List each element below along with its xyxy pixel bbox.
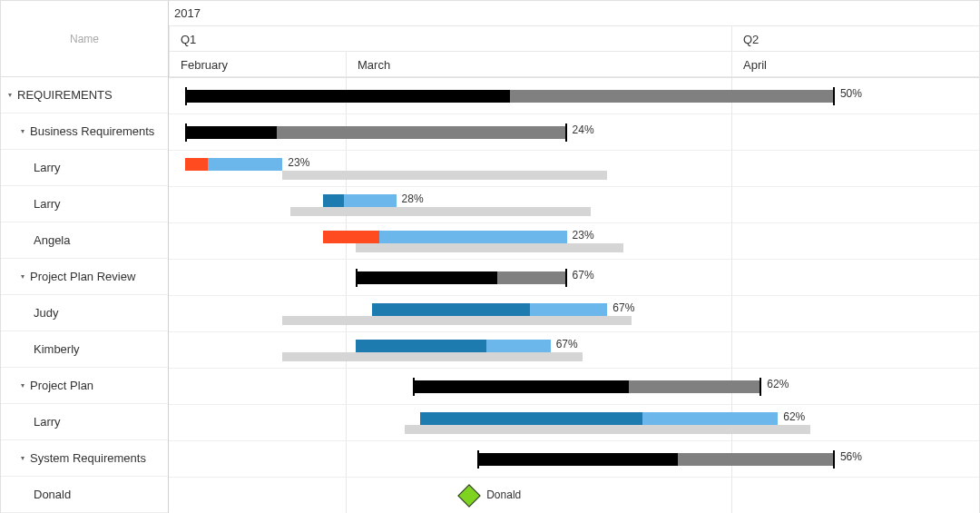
summary-bar[interactable] — [356, 271, 567, 284]
milestone-icon[interactable] — [457, 484, 480, 507]
baseline-bar — [405, 425, 811, 434]
task-progress — [420, 412, 642, 425]
task-row-kim[interactable]: Kimberly — [1, 331, 168, 368]
task-list-header: Name — [1, 1, 168, 77]
summary-bar[interactable] — [477, 453, 835, 466]
task-bar[interactable] — [185, 158, 282, 171]
collapse-icon[interactable]: ▾ — [21, 454, 30, 462]
chart-area[interactable]: 50%24%23%28%23%67%67%67%62%62%56%Donald — [169, 78, 979, 513]
chart-row-larry1: 23% — [169, 151, 979, 187]
task-behind — [323, 231, 379, 243]
name-column-header: Name — [70, 33, 99, 45]
timeline-month-apr: April — [731, 52, 767, 77]
summary-progress — [477, 453, 678, 466]
baseline-bar — [282, 352, 583, 361]
task-name: Larry — [34, 161, 61, 174]
task-row-sys[interactable]: ▾System Requirements — [1, 440, 168, 477]
timeline-panel: 2017 Q1 Q2 February March April 50%24%23… — [169, 1, 979, 513]
chart-row-ppr: 67% — [169, 260, 979, 296]
task-row-req[interactable]: ▾REQUIREMENTS — [1, 77, 168, 113]
chart-row-donald: Donald — [169, 478, 979, 513]
task-list: Name ▾REQUIREMENTS▾Business Requirements… — [1, 1, 169, 513]
chart-row-req: 50% — [169, 78, 979, 114]
percent-label: 28% — [402, 192, 424, 205]
task-name: Business Requirements — [30, 124, 154, 138]
baseline-bar — [282, 316, 632, 325]
task-name: Donald — [34, 488, 71, 501]
summary-bar[interactable] — [185, 90, 835, 103]
percent-label: 56% — [840, 450, 862, 463]
task-name: Project Plan — [30, 379, 93, 392]
task-progress — [372, 303, 530, 316]
timeline-q2: Q2 — [731, 26, 979, 52]
collapse-icon[interactable]: ▾ — [8, 91, 17, 99]
chart-row-sys: 56% — [169, 441, 979, 478]
task-row-donald[interactable]: Donald — [1, 477, 168, 513]
task-progress — [323, 194, 344, 207]
task-name: Angela — [34, 233, 70, 247]
timeline-quarter-row: Q1 Q2 — [169, 26, 979, 52]
task-row-larry2[interactable]: Larry — [1, 186, 168, 222]
task-row-angela[interactable]: Angela — [1, 222, 168, 259]
task-row-larry3[interactable]: Larry — [1, 404, 168, 440]
task-bar[interactable] — [420, 412, 778, 425]
timeline-month-mar: March — [346, 52, 390, 77]
percent-label: 62% — [783, 410, 805, 423]
task-row-ppr[interactable]: ▾Project Plan Review — [1, 259, 168, 295]
chart-row-larry2: 28% — [169, 187, 979, 223]
baseline-bar — [356, 243, 623, 252]
task-name: Project Plan Review — [30, 270, 135, 283]
percent-label: 67% — [612, 301, 634, 314]
summary-bar[interactable] — [413, 380, 762, 393]
collapse-icon[interactable]: ▾ — [21, 127, 30, 135]
chart-row-biz: 24% — [169, 114, 979, 151]
baseline-bar — [290, 207, 591, 216]
task-row-larry1[interactable]: Larry — [1, 150, 168, 186]
task-name: REQUIREMENTS — [17, 88, 113, 102]
timeline-month-row: February March April — [169, 52, 979, 77]
collapse-icon[interactable]: ▾ — [21, 272, 30, 281]
summary-progress — [185, 126, 277, 139]
task-progress — [356, 340, 486, 352]
task-behind — [185, 158, 208, 171]
gantt-chart: Name ▾REQUIREMENTS▾Business Requirements… — [0, 0, 980, 513]
percent-label: 24% — [573, 123, 594, 136]
timeline-header: 2017 Q1 Q2 February March April — [169, 1, 979, 78]
percent-label: 50% — [840, 87, 862, 100]
summary-progress — [356, 271, 497, 284]
summary-bar[interactable] — [185, 126, 567, 139]
summary-progress — [185, 90, 510, 103]
task-row-pp[interactable]: ▾Project Plan — [1, 368, 168, 404]
percent-label: 23% — [288, 156, 309, 169]
timeline-q1: Q1 — [169, 26, 731, 52]
task-row-judy[interactable]: Judy — [1, 295, 168, 331]
percent-label: 62% — [767, 378, 789, 390]
chart-row-judy: 67% — [169, 296, 979, 332]
task-name: Judy — [34, 306, 58, 320]
chart-row-angela: 23% — [169, 223, 979, 260]
percent-label: 67% — [573, 269, 594, 281]
chart-row-kim: 67% — [169, 332, 979, 369]
task-bar[interactable] — [323, 231, 567, 243]
percent-label: 67% — [556, 338, 578, 350]
chart-row-pp: 62% — [169, 369, 979, 405]
task-name: System Requirements — [30, 451, 146, 465]
task-name: Kimberly — [34, 342, 80, 356]
percent-label: 23% — [573, 229, 594, 242]
task-name: Larry — [34, 415, 61, 429]
task-bar[interactable] — [356, 340, 551, 352]
milestone-label: Donald — [486, 488, 521, 501]
task-bar[interactable] — [323, 194, 397, 207]
task-row-biz[interactable]: ▾Business Requirements — [1, 113, 168, 150]
collapse-icon[interactable]: ▾ — [21, 381, 30, 390]
timeline-month-feb: February — [169, 52, 228, 77]
summary-progress — [413, 380, 630, 393]
chart-row-larry3: 62% — [169, 405, 979, 441]
baseline-bar — [282, 171, 607, 180]
timeline-year-row: 2017 — [169, 1, 979, 26]
task-bar[interactable] — [372, 303, 608, 316]
task-name: Larry — [34, 197, 61, 211]
timeline-year: 2017 — [169, 6, 201, 20]
